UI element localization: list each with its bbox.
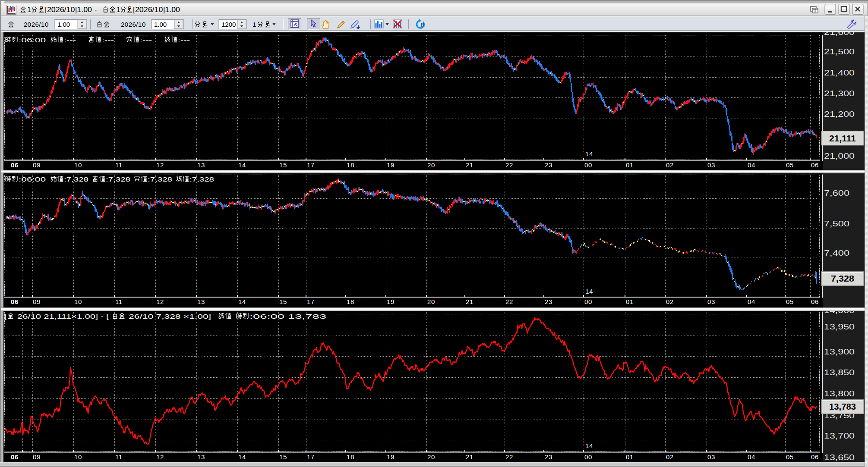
svg-text:7,328: 7,328 xyxy=(831,274,854,283)
svg-text::7,328: :7,328 xyxy=(189,176,214,183)
svg-text:21,200: 21,200 xyxy=(824,110,855,119)
svg-text:11: 11 xyxy=(115,298,123,305)
svg-text:23: 23 xyxy=(545,298,552,305)
svg-text:17: 17 xyxy=(307,298,315,305)
svg-text:03: 03 xyxy=(707,298,715,305)
svg-text:1: 1 xyxy=(117,6,120,13)
svg-text:1: 1 xyxy=(253,21,256,28)
svg-text:11: 11 xyxy=(115,453,123,461)
svg-text:7,400: 7,400 xyxy=(824,248,849,257)
svg-text::---: :--- xyxy=(102,36,114,44)
svg-text:[2026/10]1.00: [2026/10]1.00 xyxy=(133,6,180,13)
svg-text:09: 09 xyxy=(33,161,41,169)
svg-text:15: 15 xyxy=(279,298,287,305)
svg-text:-: - xyxy=(95,6,97,13)
svg-text:06: 06 xyxy=(11,161,19,169)
svg-text:12: 12 xyxy=(156,161,164,169)
svg-text:13,650: 13,650 xyxy=(824,453,855,462)
svg-text:17: 17 xyxy=(307,453,315,461)
svg-text:- [: - [ xyxy=(101,313,109,320)
svg-text:14: 14 xyxy=(585,288,593,295)
svg-text:7,600: 7,600 xyxy=(824,188,849,197)
svg-text:12: 12 xyxy=(156,453,164,461)
svg-text:1: 1 xyxy=(27,6,31,13)
svg-text:21,111: 21,111 xyxy=(829,134,856,143)
svg-text:2026/10: 2026/10 xyxy=(121,21,146,28)
svg-text:03: 03 xyxy=(707,453,715,461)
svg-text:06: 06 xyxy=(11,298,19,305)
svg-text:01: 01 xyxy=(626,453,634,461)
svg-text::---: :--- xyxy=(140,36,152,44)
svg-text:22: 22 xyxy=(505,298,513,305)
svg-text::06:00: :06:00 xyxy=(19,176,46,183)
svg-text:21,000: 21,000 xyxy=(824,151,855,160)
svg-text:1.00: 1.00 xyxy=(57,21,70,28)
svg-text::---: :--- xyxy=(178,36,190,44)
svg-text:17: 17 xyxy=(307,161,315,169)
svg-text:13: 13 xyxy=(197,453,205,461)
svg-text:26/10 7,328 ×1.00]: 26/10 7,328 ×1.00] xyxy=(129,313,211,320)
svg-text:19: 19 xyxy=(387,298,395,305)
svg-text:20: 20 xyxy=(427,298,435,305)
svg-text:20: 20 xyxy=(427,161,435,169)
svg-text:21: 21 xyxy=(466,298,473,305)
svg-text:13,783: 13,783 xyxy=(829,402,856,411)
svg-text:7,500: 7,500 xyxy=(824,219,849,228)
svg-text:[2026/10]1.00: [2026/10]1.00 xyxy=(45,6,92,13)
svg-text:03: 03 xyxy=(707,161,715,169)
svg-text:22: 22 xyxy=(505,161,513,169)
svg-text:[: [ xyxy=(5,313,7,320)
svg-text:21: 21 xyxy=(466,161,473,169)
svg-text:00: 00 xyxy=(584,161,592,169)
svg-text:1.00: 1.00 xyxy=(154,21,167,28)
svg-text:06: 06 xyxy=(811,298,819,305)
svg-text:05: 05 xyxy=(786,453,794,461)
svg-text:R: R xyxy=(421,22,425,28)
svg-text::7,328: :7,328 xyxy=(148,176,172,183)
svg-text:14: 14 xyxy=(238,453,246,461)
svg-text:14: 14 xyxy=(585,442,593,449)
svg-text:18: 18 xyxy=(347,161,354,169)
svg-text:13,850: 13,850 xyxy=(824,368,855,377)
svg-text:02: 02 xyxy=(666,298,674,305)
svg-text:04: 04 xyxy=(748,298,755,305)
svg-text:05: 05 xyxy=(786,298,794,305)
svg-text::7,328: :7,328 xyxy=(64,176,88,183)
svg-text::---: :--- xyxy=(64,36,76,44)
svg-text:15: 15 xyxy=(279,161,287,169)
svg-text:00: 00 xyxy=(584,453,592,461)
svg-text:14: 14 xyxy=(238,298,246,305)
svg-text:01: 01 xyxy=(626,161,634,169)
svg-text:11: 11 xyxy=(115,161,123,169)
svg-text:26/10 21,111×1.00]: 26/10 21,111×1.00] xyxy=(17,313,98,320)
svg-text:13,950: 13,950 xyxy=(824,322,855,331)
svg-text:06: 06 xyxy=(11,453,19,461)
svg-text:13,800: 13,800 xyxy=(824,389,855,398)
svg-text:21,400: 21,400 xyxy=(824,68,855,77)
svg-text:18: 18 xyxy=(347,453,354,461)
svg-text:21: 21 xyxy=(466,453,473,461)
svg-text:09: 09 xyxy=(33,298,41,305)
svg-text:22: 22 xyxy=(505,453,513,461)
svg-text:13,700: 13,700 xyxy=(824,431,855,440)
svg-text:02: 02 xyxy=(666,161,674,169)
svg-text:00: 00 xyxy=(584,298,592,305)
svg-text:13: 13 xyxy=(197,298,205,305)
svg-text:06: 06 xyxy=(811,161,819,169)
svg-text:21,500: 21,500 xyxy=(824,47,855,56)
svg-text:01: 01 xyxy=(626,298,634,305)
svg-text:13,900: 13,900 xyxy=(824,347,855,356)
svg-text:14: 14 xyxy=(238,161,246,169)
svg-text:23: 23 xyxy=(545,161,552,169)
svg-text:23: 23 xyxy=(545,453,552,461)
svg-text:19: 19 xyxy=(387,161,395,169)
svg-text::7,328: :7,328 xyxy=(106,176,130,183)
svg-text:10: 10 xyxy=(74,298,82,305)
svg-text:20: 20 xyxy=(427,453,435,461)
svg-text:06: 06 xyxy=(811,453,819,461)
svg-text:04: 04 xyxy=(748,161,755,169)
svg-text:05: 05 xyxy=(786,161,794,169)
svg-text:18: 18 xyxy=(347,298,354,305)
svg-text:10: 10 xyxy=(74,161,82,169)
svg-text:04: 04 xyxy=(748,453,755,461)
